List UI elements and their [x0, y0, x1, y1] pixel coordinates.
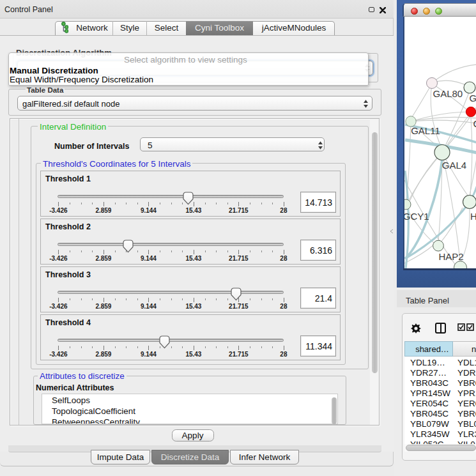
svg-text:GAL4: GAL4: [442, 159, 466, 170]
svg-text:GA: GA: [470, 93, 476, 104]
svg-text:HAP2: HAP2: [438, 251, 463, 262]
svg-text:GCY1: GCY1: [404, 211, 429, 222]
svg-text:GAL80: GAL80: [433, 88, 463, 98]
svg-text:GAL11: GAL11: [411, 125, 440, 136]
svg-text:C: C: [473, 118, 476, 129]
svg-text:H: H: [470, 211, 476, 222]
